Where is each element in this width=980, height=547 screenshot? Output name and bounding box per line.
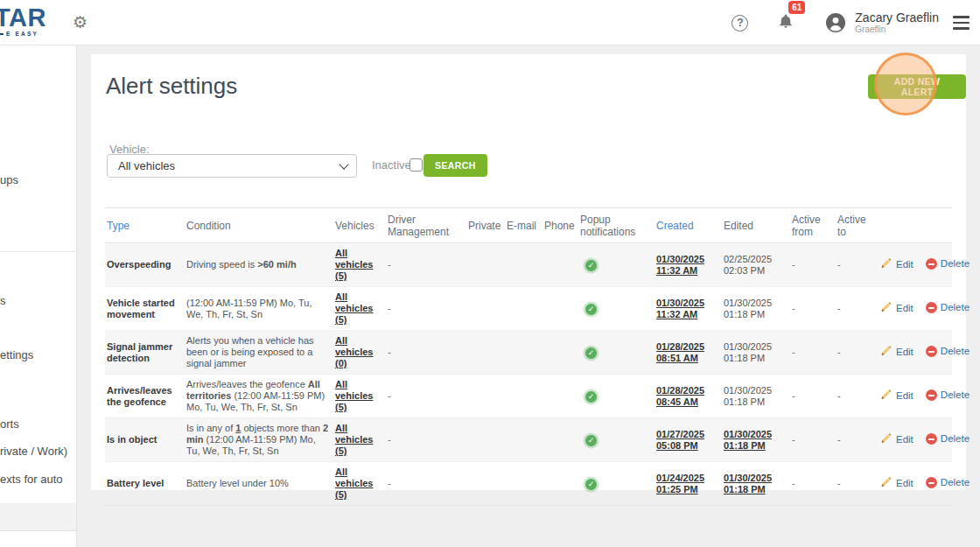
column-header-type[interactable]: Type [105,208,185,243]
sidebar-item-settings[interactable]: ettings [0,348,33,361]
vehicle-select[interactable]: All vehicles [107,154,357,178]
pencil-icon [879,345,892,360]
cell-phone [542,287,578,331]
column-header-private[interactable]: Private [466,208,505,243]
sidebar-item-groups[interactable]: ups [0,173,18,186]
edit-action[interactable]: Edit [879,389,914,403]
sidebar-divider [0,251,77,252]
app-logo[interactable]: TAR E EASY [0,5,52,37]
vehicles-link[interactable]: All vehicles (5) [335,379,373,412]
cell-actions: EditDelete [878,375,952,418]
notifications-bell[interactable]: 61 [778,12,794,33]
edit-action[interactable]: Edit [879,345,914,360]
edited-date[interactable]: 01/30/202501:18 PM [724,473,772,494]
vehicles-link[interactable]: All vehicles (5) [335,248,373,281]
edit-action[interactable]: Edit [879,476,914,491]
cell-email [505,287,542,331]
cell-actions: EditDelete [878,243,952,287]
inactive-checkbox[interactable] [410,158,423,172]
vehicle-select-value: All vehicles [118,159,340,172]
edited-date[interactable]: 01/30/202501:18 PM [724,429,772,451]
cell-type: Overspeeding [105,243,185,287]
edit-link[interactable]: Edit [896,390,914,402]
column-header-active-to[interactable]: Active to [836,208,878,243]
created-date-link[interactable]: 01/30/202511:32 AM [656,254,704,276]
table-header-row: TypeConditionVehiclesDriver ManagementPr… [105,208,952,243]
delete-action[interactable]: Delete [926,302,970,313]
column-header-active-from[interactable]: Active from [790,208,836,243]
vehicles-link[interactable]: All vehicles (5) [335,466,373,500]
column-header-condition[interactable]: Condition [185,208,333,243]
alerts-table: TypeConditionVehiclesDriver ManagementPr… [105,207,952,506]
delete-action[interactable]: Delete [926,477,970,488]
cell-vehicles: All vehicles (5) [333,375,386,418]
created-date-link[interactable]: 01/30/202511:32 AM [656,298,704,319]
edit-link[interactable]: Edit [896,434,914,445]
delete-minus-icon [926,346,937,357]
edit-link[interactable]: Edit [896,347,914,358]
column-header-edited[interactable]: Edited [722,208,790,243]
user-avatar[interactable] [825,12,846,33]
pencil-icon [879,432,892,447]
delete-action[interactable]: Delete [926,389,970,401]
delete-link[interactable]: Delete [941,258,970,270]
sidebar-item-private-work[interactable]: rivate / Work) [0,445,67,458]
delete-link[interactable]: Delete [941,389,970,401]
column-header-phone[interactable]: Phone [542,208,578,243]
created-date-link[interactable]: 01/28/202508:51 AM [656,341,704,363]
cell-email [505,462,542,506]
column-header-created[interactable]: Created [654,208,722,243]
delete-action[interactable]: Delete [926,433,970,445]
logo-tagline: E EASY [0,31,52,37]
cell-type: Signal jammer detection [105,331,185,375]
delete-action[interactable]: Delete [926,258,970,270]
hamburger-menu-icon[interactable] [953,16,970,30]
created-date-link[interactable]: 01/24/202501:25 PM [656,473,704,494]
sidebar-item-1[interactable]: s [0,294,6,307]
vehicles-link[interactable]: All vehicles (5) [335,291,373,325]
search-button[interactable]: SEARCH [424,154,487,177]
sidebar-item-reports[interactable]: orts [0,417,19,431]
delete-link[interactable]: Delete [941,477,970,488]
delete-link[interactable]: Delete [941,433,970,445]
cell-active-to: - [836,331,878,375]
cell-phone [542,331,578,375]
cell-edited: 01/30/202501:18 PM [722,331,790,375]
help-icon[interactable]: ? [732,15,748,32]
user-menu[interactable]: Zacary Graeflin Graeflin [855,11,939,35]
delete-link[interactable]: Delete [941,346,970,357]
cell-edited: 01/30/202501:18 PM [722,375,790,418]
edit-link[interactable]: Edit [896,478,914,489]
created-date-link[interactable]: 01/27/202505:08 PM [656,429,704,451]
vehicles-link[interactable]: All vehicles (0) [335,335,373,368]
sidebar-section-band [0,503,76,531]
delete-action[interactable]: Delete [926,346,970,357]
sidebar-item-texts-for-auto[interactable]: exts for auto [0,473,63,486]
pencil-icon [879,257,892,272]
settings-gear-icon[interactable]: ⚙ [73,11,88,34]
edit-action[interactable]: Edit [879,301,914,316]
created-date-link[interactable]: 01/28/202508:45 AM [656,385,704,407]
column-header-popup-notifications[interactable]: Popup notifications [578,208,654,243]
edit-action[interactable]: Edit [879,432,914,447]
cell-condition: (12:00 AM-11:59 PM) Mo, Tu, We, Th, Fr, … [185,287,333,331]
column-header-vehicles[interactable]: Vehicles [333,208,386,243]
delete-link[interactable]: Delete [941,302,970,313]
inactive-filter-label: Inactive: [372,158,414,172]
alert-settings-card: Alert settings ADD NEW ALERT Vehicle: Al… [91,54,966,490]
column-header-driver-management[interactable]: Driver Management [386,208,466,243]
delete-minus-icon [926,433,937,445]
edit-link[interactable]: Edit [896,259,914,270]
add-new-alert-button[interactable]: ADD NEW ALERT [868,74,966,99]
cell-active-from: - [790,331,836,375]
vehicles-link[interactable]: All vehicles (5) [335,423,373,456]
popup-enabled-check-icon: ✓ [585,347,597,359]
edit-link[interactable]: Edit [896,303,914,314]
cell-condition: Alerts you when a vehicle has been or is… [185,331,333,375]
cell-popup-notifications: ✓ [578,287,654,331]
user-subtitle: Graeflin [855,25,939,35]
cell-type: Arrives/leaves the geofence [105,375,185,418]
column-header-e-mail[interactable]: E-mail [505,208,542,243]
cell-condition: Driving speed is >60 mi/h [185,243,333,287]
edit-action[interactable]: Edit [879,257,914,272]
